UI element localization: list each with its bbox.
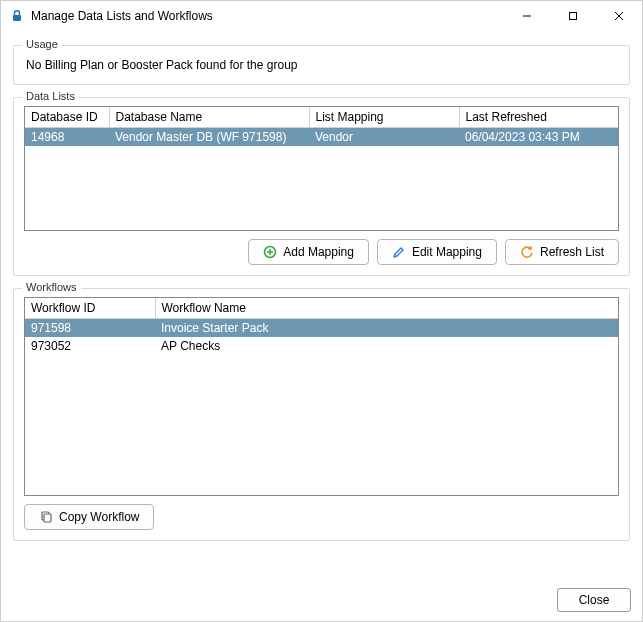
window-title: Manage Data Lists and Workflows xyxy=(31,9,213,23)
pencil-icon xyxy=(392,245,406,259)
maximize-button[interactable] xyxy=(550,1,596,31)
data-lists-header-row[interactable]: Database ID Database Name List Mapping L… xyxy=(25,107,618,128)
workflows-group: Workflows Workflow ID Workflow Name 9715… xyxy=(13,288,630,541)
col-list-mapping[interactable]: List Mapping xyxy=(309,107,459,128)
col-last-refreshed[interactable]: Last Refreshed xyxy=(459,107,618,128)
col-database-name[interactable]: Database Name xyxy=(109,107,309,128)
svg-rect-0 xyxy=(13,15,21,21)
workflows-buttons: Copy Workflow xyxy=(24,504,619,530)
col-workflow-name[interactable]: Workflow Name xyxy=(155,298,618,319)
col-workflow-id[interactable]: Workflow ID xyxy=(25,298,155,319)
workflows-header-row[interactable]: Workflow ID Workflow Name xyxy=(25,298,618,319)
table-row[interactable]: 973052 AP Checks xyxy=(25,337,618,355)
client-area: Usage No Billing Plan or Booster Pack fo… xyxy=(1,31,642,553)
svg-rect-9 xyxy=(44,514,51,522)
usage-text: No Billing Plan or Booster Pack found fo… xyxy=(24,54,619,74)
data-lists-table[interactable]: Database ID Database Name List Mapping L… xyxy=(24,106,619,231)
copy-workflow-button[interactable]: Copy Workflow xyxy=(24,504,154,530)
copy-workflow-label: Copy Workflow xyxy=(59,510,139,524)
cell-workflow-id: 973052 xyxy=(25,337,155,355)
dialog-footer: Close xyxy=(0,580,643,622)
plus-circle-icon xyxy=(263,245,277,259)
titlebar: Manage Data Lists and Workflows xyxy=(1,1,642,31)
edit-mapping-label: Edit Mapping xyxy=(412,245,482,259)
cell-database-id: 14968 xyxy=(25,128,109,147)
close-window-button[interactable] xyxy=(596,1,642,31)
add-mapping-label: Add Mapping xyxy=(283,245,354,259)
svg-rect-2 xyxy=(570,13,577,20)
workflows-legend: Workflows xyxy=(22,281,81,293)
table-row[interactable]: 971598 Invoice Starter Pack xyxy=(25,319,618,338)
refresh-list-label: Refresh List xyxy=(540,245,604,259)
cell-last-refreshed: 06/04/2023 03:43 PM xyxy=(459,128,618,147)
col-database-id[interactable]: Database ID xyxy=(25,107,109,128)
edit-mapping-button[interactable]: Edit Mapping xyxy=(377,239,497,265)
add-mapping-button[interactable]: Add Mapping xyxy=(248,239,369,265)
refresh-icon xyxy=(520,245,534,259)
close-button[interactable]: Close xyxy=(557,588,631,612)
cell-workflow-id: 971598 xyxy=(25,319,155,338)
data-lists-legend: Data Lists xyxy=(22,90,79,102)
cell-workflow-name: AP Checks xyxy=(155,337,618,355)
data-lists-buttons: Add Mapping Edit Mapping Refresh List xyxy=(24,239,619,265)
cell-workflow-name: Invoice Starter Pack xyxy=(155,319,618,338)
refresh-list-button[interactable]: Refresh List xyxy=(505,239,619,265)
table-row[interactable]: 14968 Vendor Master DB (WF 971598) Vendo… xyxy=(25,128,618,147)
cell-database-name: Vendor Master DB (WF 971598) xyxy=(109,128,309,147)
usage-group: Usage No Billing Plan or Booster Pack fo… xyxy=(13,45,630,85)
data-lists-group: Data Lists Database ID Database Name Lis… xyxy=(13,97,630,276)
table-empty-area xyxy=(25,146,618,230)
copy-icon xyxy=(39,510,53,524)
workflows-table[interactable]: Workflow ID Workflow Name 971598 Invoice… xyxy=(24,297,619,496)
usage-legend: Usage xyxy=(22,38,62,50)
minimize-button[interactable] xyxy=(504,1,550,31)
close-button-label: Close xyxy=(579,593,610,607)
table-empty-area xyxy=(25,355,618,495)
lock-icon xyxy=(9,8,25,24)
cell-list-mapping: Vendor xyxy=(309,128,459,147)
